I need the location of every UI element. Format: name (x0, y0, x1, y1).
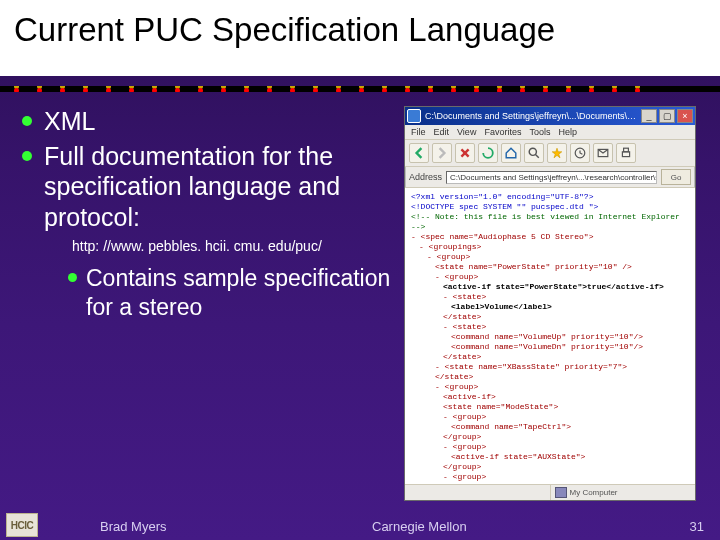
svg-rect-7 (624, 148, 629, 152)
window-maximize-button[interactable]: ▢ (659, 109, 675, 123)
code-line: - <group> (411, 252, 689, 262)
window-title-text: C:\Documents and Settings\jeffreyn\...\D… (425, 111, 637, 121)
status-bar: My Computer (405, 484, 695, 500)
sub-content: http: //www. pebbles. hcii. cmu. edu/puc… (10, 238, 394, 322)
code-line: - <spec name="Audiophase 5 CD Stereo"> (411, 232, 593, 241)
svg-line-3 (535, 154, 539, 158)
code-line: - <group> (411, 472, 689, 482)
code-line: <command name="VolumeUp" priority="10"/> (411, 332, 689, 342)
code-line: - <group> (411, 382, 689, 392)
code-line: <state name="PowerState" priority="10" /… (411, 262, 689, 272)
address-go-button[interactable]: Go (661, 169, 691, 185)
toolbar-forward-button[interactable] (432, 143, 452, 163)
toolbar-back-button[interactable] (409, 143, 429, 163)
code-line: - <group> (411, 412, 689, 422)
toolbar-history-button[interactable] (570, 143, 590, 163)
slide-title: Current PUC Specification Language (14, 12, 706, 48)
code-line: </state> (411, 312, 689, 322)
toolbar-home-button[interactable] (501, 143, 521, 163)
code-line: - <group> (411, 272, 689, 282)
menu-tools[interactable]: Tools (529, 127, 550, 137)
menu-favorites[interactable]: Favorites (484, 127, 521, 137)
toolbar-stop-button[interactable] (455, 143, 475, 163)
code-line: <active-if> (411, 392, 689, 402)
footer: HCIC Brad Myers Carnegie Mellon 31 (0, 510, 720, 540)
bullet-sample-spec: Contains sample specification for a ster… (86, 264, 394, 322)
bullet-documentation: Full documentation for the specification… (44, 141, 394, 233)
bullet-list-level2: Contains sample specification for a ster… (68, 264, 394, 322)
bullet-list-level1: XML Full documentation for the specifica… (10, 106, 394, 232)
body: XML Full documentation for the specifica… (0, 98, 720, 508)
code-line: <state name="ModeState"> (411, 402, 689, 412)
screenshot-column: C:\Documents and Settings\jeffreyn\...\D… (400, 98, 720, 508)
status-cell-right: My Computer (551, 485, 696, 500)
menu-file[interactable]: File (411, 127, 426, 137)
code-line: </group> (411, 432, 689, 442)
bullet-xml: XML (44, 106, 394, 137)
slide: Current PUC Specification Language XML F… (0, 0, 720, 540)
status-cell-left (405, 485, 551, 500)
footer-page-number: 31 (690, 519, 704, 534)
toolbar-mail-button[interactable] (593, 143, 613, 163)
address-label: Address (409, 172, 442, 182)
address-bar: Address C:\Documents and Settings\jeffre… (405, 167, 695, 188)
toolbar (405, 140, 695, 167)
footer-author: Brad Myers (100, 519, 166, 534)
code-line: - <state> (411, 292, 689, 302)
svg-rect-6 (622, 152, 629, 157)
toolbar-favorites-button[interactable] (547, 143, 567, 163)
hcic-logo: HCIC (6, 513, 38, 537)
menu-help[interactable]: Help (558, 127, 577, 137)
toolbar-refresh-button[interactable] (478, 143, 498, 163)
code-line: <command name="VolumeDn" priority="10"/> (411, 342, 689, 352)
code-comment: <!-- Note: this file is best viewed in I… (411, 212, 680, 231)
window-titlebar: C:\Documents and Settings\jeffreyn\...\D… (405, 107, 695, 125)
code-line: <active-if state="AUXState"> (411, 452, 689, 462)
code-line: - <groupings> (411, 242, 689, 252)
window-app-icon (407, 109, 421, 123)
code-line: <!DOCTYPE spec SYSTEM "" pucspec.dtd "> (411, 202, 598, 211)
address-field[interactable]: C:\Documents and Settings\jeffreyn\...\r… (446, 171, 657, 184)
code-line: </group> (411, 462, 689, 472)
title-region: Current PUC Specification Language (0, 0, 720, 76)
menu-view[interactable]: View (457, 127, 476, 137)
code-line: <?xml version="1.0" encoding="UTF-8"?> (411, 192, 593, 201)
browser-window: C:\Documents and Settings\jeffreyn\...\D… (404, 106, 696, 501)
xml-document-view: <?xml version="1.0" encoding="UTF-8"?> <… (405, 188, 695, 484)
menu-edit[interactable]: Edit (434, 127, 450, 137)
code-line: </state> (411, 352, 689, 362)
url-text: http: //www. pebbles. hcii. cmu. edu/puc… (72, 238, 394, 254)
code-line: <active-if state="PowerState">true</acti… (411, 282, 689, 292)
code-line: - <group> (411, 442, 689, 452)
code-line: </state> (411, 372, 689, 382)
toolbar-search-button[interactable] (524, 143, 544, 163)
footer-org: Carnegie Mellon (372, 519, 467, 534)
code-line: <label>Volume</label> (411, 302, 689, 312)
status-text: My Computer (570, 488, 618, 497)
text-column: XML Full documentation for the specifica… (0, 98, 400, 508)
toolbar-print-button[interactable] (616, 143, 636, 163)
divider-strip (0, 86, 720, 92)
menu-bar: File Edit View Favorites Tools Help (405, 125, 695, 140)
code-line: - <state name="XBassState" priority="7"> (411, 362, 689, 372)
window-minimize-button[interactable]: _ (641, 109, 657, 123)
window-close-button[interactable]: × (677, 109, 693, 123)
my-computer-icon (555, 487, 567, 498)
code-line: - <state> (411, 322, 689, 332)
code-line: <command name="TapeCtrl"> (411, 422, 689, 432)
